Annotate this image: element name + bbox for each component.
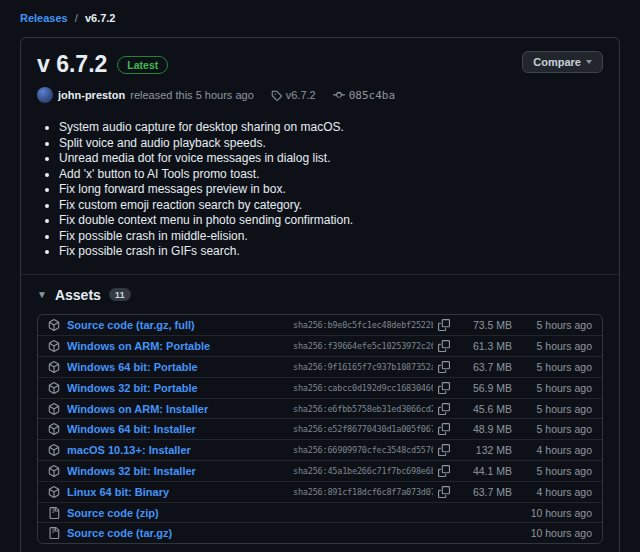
release-header: v 6.7.2 Latest Compare [37, 51, 603, 78]
released-text: released this 5 hours ago [130, 89, 254, 101]
asset-hash: sha256:f39664efe5c10253972c26b3026be… [293, 341, 433, 351]
asset-download-link[interactable]: Source code (zip) [67, 507, 293, 519]
assets-count-badge: 11 [109, 288, 131, 301]
asset-hash: sha256:9f16165f7c937b1087352a08b12e8… [293, 362, 433, 372]
asset-size: 73.5 MB [460, 319, 512, 331]
asset-size: 44.1 MB [460, 465, 512, 477]
asset-download-link[interactable]: Source code (tar.gz, full) [67, 319, 293, 331]
asset-time: 10 hours ago [518, 527, 592, 539]
asset-hash: sha256:b9e0c5fc1ec48debf2522b00a047d… [293, 320, 433, 330]
release-note-item: Fix custom emoji reaction search by cate… [59, 198, 603, 214]
release-card: v 6.7.2 Latest Compare john-preston rele… [20, 37, 620, 552]
asset-row: Windows 64 bit: Portable sha256:9f16165f… [38, 356, 602, 377]
disclosure-triangle-icon: ▼ [37, 289, 47, 300]
asset-time: 5 hours ago [518, 319, 592, 331]
package-icon [48, 486, 60, 498]
asset-row: macOS 10.13+: Installer sha256:66909970c… [38, 439, 602, 460]
copy-icon[interactable] [438, 361, 452, 373]
asset-hash: sha256:e52f86770430d1a005f067eb6ef65… [293, 424, 433, 434]
asset-time: 5 hours ago [518, 382, 592, 394]
copy-icon[interactable] [438, 444, 452, 456]
asset-download-link[interactable]: Linux 64 bit: Binary [67, 486, 293, 498]
copy-icon[interactable] [438, 486, 452, 498]
package-icon [48, 465, 60, 477]
copy-icon[interactable] [438, 403, 452, 415]
asset-download-link[interactable]: Windows 32 bit: Installer [67, 465, 293, 477]
asset-time: 5 hours ago [518, 403, 592, 415]
package-icon [48, 319, 60, 331]
release-note-item: Fix possible crash in GIFs search. [59, 244, 603, 260]
copy-icon[interactable] [438, 340, 452, 352]
asset-download-link[interactable]: Windows on ARM: Installer [67, 403, 293, 415]
compare-button[interactable]: Compare [522, 51, 603, 73]
author-name[interactable]: john-preston [58, 89, 125, 101]
asset-time: 5 hours ago [518, 465, 592, 477]
asset-hash: sha256:66909970cfec3548cd557632fe102… [293, 445, 433, 455]
asset-size: 48.9 MB [460, 423, 512, 435]
asset-row: Windows 64 bit: Installer sha256:e52f867… [38, 418, 602, 439]
release-note-item: Fix double context menu in photo sending… [59, 213, 603, 229]
tag-icon [271, 90, 282, 101]
asset-row: Source code (tar.gz, full) sha256:b9e0c5… [38, 315, 602, 336]
asset-size: 63.7 MB [460, 486, 512, 498]
tag-name[interactable]: v6.7.2 [286, 89, 316, 101]
chevron-down-icon [586, 60, 592, 64]
asset-row: Windows 32 bit: Installer sha256:45a1be2… [38, 460, 602, 481]
asset-download-link[interactable]: Windows 64 bit: Portable [67, 361, 293, 373]
package-icon [48, 340, 60, 352]
asset-hash: sha256:e6fbb5758eb31ed3066cd2152deb4… [293, 404, 433, 414]
asset-time: 4 hours ago [518, 444, 592, 456]
tag-meta: v6.7.2 [271, 89, 316, 101]
release-note-item: Fix long forward messages preview in box… [59, 182, 603, 198]
commit-sha[interactable]: 085c4ba [349, 89, 395, 102]
asset-hash: sha256:891cf18dcf6c8f7a073d07ef941ee… [293, 487, 433, 497]
compare-button-label: Compare [533, 56, 581, 68]
asset-download-link[interactable]: Windows 32 bit: Portable [67, 382, 293, 394]
asset-hash: sha256:cabcc0d192d9cc168304661128d38… [293, 383, 433, 393]
author-row: john-preston released this 5 hours ago v… [37, 87, 603, 103]
package-icon [48, 444, 60, 456]
asset-row: Source code (zip) 10 hours ago [38, 502, 602, 523]
breadcrumb-separator: / [75, 12, 78, 24]
package-icon [48, 423, 60, 435]
asset-row: Windows on ARM: Portable sha256:f39664ef… [38, 335, 602, 356]
release-title: v 6.7.2 [37, 51, 107, 78]
asset-hash: sha256:45a1be266c71f7bc698e6bb6101ef… [293, 466, 433, 476]
asset-time: 5 hours ago [518, 340, 592, 352]
avatar[interactable] [37, 87, 53, 103]
file-zip-icon [48, 527, 60, 539]
asset-size: 63.7 MB [460, 361, 512, 373]
asset-download-link[interactable]: Source code (tar.gz) [67, 527, 293, 539]
release-note-item: Fix possible crash in middle-elision. [59, 229, 603, 245]
asset-row: Linux 64 bit: Binary sha256:891cf18dcf6c… [38, 481, 602, 502]
breadcrumb-current: v6.7.2 [85, 12, 116, 24]
breadcrumb: Releases / v6.7.2 [20, 12, 620, 24]
copy-icon[interactable] [438, 423, 452, 435]
file-zip-icon [48, 507, 60, 519]
asset-row: Windows 32 bit: Portable sha256:cabcc0d1… [38, 377, 602, 398]
package-icon [48, 403, 60, 415]
copy-icon[interactable] [438, 382, 452, 394]
asset-time: 4 hours ago [518, 486, 592, 498]
asset-size: 56.9 MB [460, 382, 512, 394]
commit-meta: 085c4ba [333, 89, 395, 102]
package-icon [48, 382, 60, 394]
release-note-item: Unread media dot for voice messages in d… [59, 151, 603, 167]
asset-size: 132 MB [460, 444, 512, 456]
asset-size: 45.6 MB [460, 403, 512, 415]
assets-title: Assets [55, 287, 101, 303]
asset-time: 10 hours ago [518, 507, 592, 519]
assets-table: Source code (tar.gz, full) sha256:b9e0c5… [37, 314, 603, 545]
assets-toggle[interactable]: ▼ Assets 11 [37, 287, 603, 303]
release-note-item: System audio capture for desktop sharing… [59, 120, 603, 136]
asset-download-link[interactable]: macOS 10.13+: Installer [67, 444, 293, 456]
asset-download-link[interactable]: Windows 64 bit: Installer [67, 423, 293, 435]
breadcrumb-releases-link[interactable]: Releases [20, 12, 68, 24]
asset-download-link[interactable]: Windows on ARM: Portable [67, 340, 293, 352]
asset-size: 61.3 MB [460, 340, 512, 352]
copy-icon[interactable] [438, 319, 452, 331]
package-icon [48, 361, 60, 373]
latest-badge: Latest [117, 56, 168, 74]
copy-icon[interactable] [438, 465, 452, 477]
section-divider [21, 274, 619, 275]
